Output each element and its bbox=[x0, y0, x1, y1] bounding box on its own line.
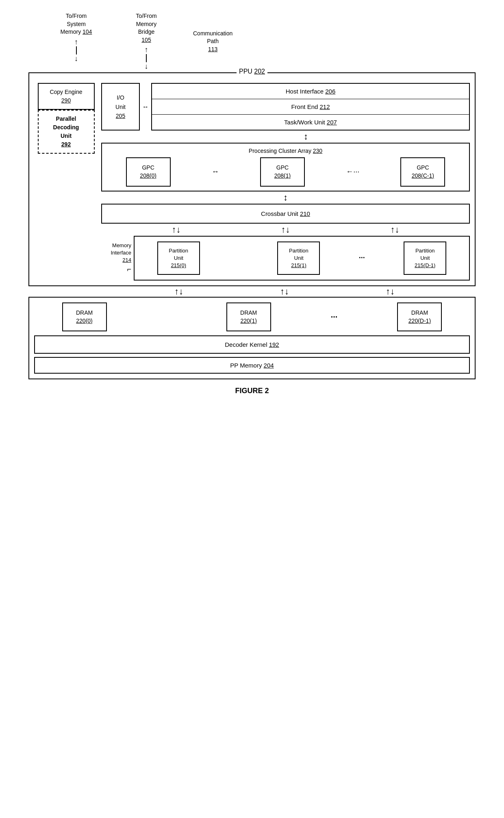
gpc-0-1-arrow: ↔ bbox=[212, 168, 219, 176]
dram-0-box: DRAM220(0) bbox=[62, 302, 107, 331]
gpc-1-n-arrow: ←··· bbox=[346, 168, 359, 176]
pp-memory-box: PP Memory 204 bbox=[34, 357, 470, 374]
gpc-n-box: GPC208(C-1) bbox=[400, 157, 445, 186]
gpc-1-box: GPC208(1) bbox=[260, 157, 305, 186]
pca-crossbar-arrow: ↕ bbox=[101, 193, 470, 202]
partition-dram-arrows: ↑↓ ↑↓ ↑↓ bbox=[28, 287, 476, 296]
figure-caption: FIGURE 2 bbox=[28, 387, 476, 395]
gpc-0-box: GPC208(0) bbox=[126, 157, 171, 186]
host-interface-row: Host Interface 206 bbox=[152, 84, 469, 99]
partition-unit-n: PartitionUnit215(D-1) bbox=[404, 241, 446, 275]
partition-units-box: PartitionUnit215(0) PartitionUnit215(1) … bbox=[134, 236, 470, 281]
partition-dots-2: ··· bbox=[359, 254, 365, 262]
comm-path-label: CommunicationPath113 bbox=[193, 30, 232, 54]
dram-1-box: DRAM220(1) bbox=[226, 302, 271, 331]
ppu-label: PPU 202 bbox=[237, 68, 267, 75]
copy-engine-box: Copy Engine290 bbox=[38, 83, 95, 110]
pdu-box: ParallelDecodingUnit292 bbox=[38, 110, 95, 154]
dram-n-box: DRAM220(D-1) bbox=[397, 302, 442, 331]
decoder-kernel-box: Decoder Kernel 192 bbox=[34, 335, 470, 354]
front-end-row: Front End 212 bbox=[152, 99, 469, 115]
task-pca-arrow: ↕ bbox=[101, 132, 470, 141]
host-stack: Host Interface 206 Front End 212 Task/Wo… bbox=[151, 83, 470, 131]
gpc-row: GPC208(0) ↔ GPC208(1) ←··· GPC208(C-1) bbox=[107, 157, 464, 186]
dram-row: DRAM220(0) DRAM220(1) ··· DRAM220(D-1) bbox=[34, 302, 470, 331]
pca-box: Processing Cluster Array 230 GPC208(0) ↔… bbox=[101, 143, 470, 191]
system-memory-label: To/FromSystemMemory 104 bbox=[61, 12, 92, 36]
memory-bridge-label: To/FromMemoryBridge105 bbox=[136, 12, 156, 44]
memory-interface-label: MemoryInterface214 ⌐ bbox=[101, 236, 134, 281]
crossbar-partition-arrows: ↑↓ ↑↓ ↑↓ bbox=[101, 224, 470, 235]
dram-dots-2: ··· bbox=[331, 312, 338, 322]
io-unit-box: I/OUnit205 bbox=[101, 83, 140, 131]
dram-outer-box: DRAM220(0) DRAM220(1) ··· DRAM220(D-1) D… bbox=[28, 297, 476, 379]
ppu-box: PPU 202 Copy Engine290 ParallelDecodingU… bbox=[28, 72, 476, 286]
io-host-arrows: ↔ bbox=[140, 83, 151, 131]
pca-label: Processing Cluster Array 230 bbox=[107, 148, 464, 154]
diagram-container: To/FromSystemMemory 104 ↑ ↓ To/FromMemor… bbox=[28, 8, 476, 395]
crossbar-box: Crossbar Unit 210 bbox=[101, 204, 470, 224]
partition-unit-1: PartitionUnit215(1) bbox=[277, 241, 320, 275]
partition-unit-0: PartitionUnit215(0) bbox=[157, 241, 200, 275]
task-work-row: Task/Work Unit 207 bbox=[152, 115, 469, 130]
